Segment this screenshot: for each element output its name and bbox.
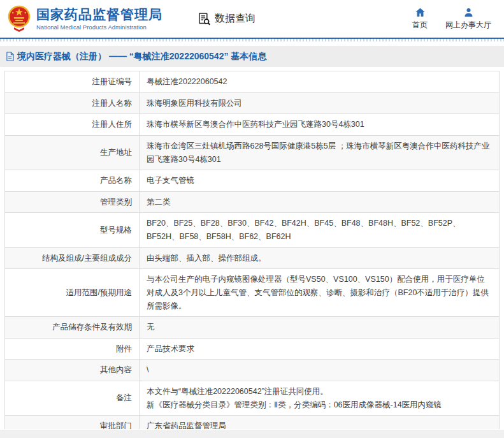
row-value: 与本公司生产的电子内窥镜图像处理器（型号VS50、VS100、VS150）配合使…: [140, 269, 500, 317]
row-label: 其他内容: [5, 360, 140, 381]
table-row: 产品名称电子支气管镜: [5, 170, 500, 192]
registration-info-table: 注册证编号粤械注准20222060542注册人名称珠海明象医用科技有限公司注册人…: [4, 71, 500, 438]
footer-band: [0, 429, 504, 438]
row-value: BF20、BF25、BF28、BF30、BF42、BF42H、BF45、BF48…: [140, 213, 500, 247]
value-line: 新《医疗器械分类目录》管理类别：Ⅱ类，分类编码：06医用成像器械-14医用内窥镜: [147, 398, 492, 412]
row-value: 本文件与“粤械注准20222060542”注册证共同使用。新《医疗器械分类目录》…: [140, 381, 500, 416]
row-label: 生产地址: [5, 135, 140, 170]
breadcrumb-text: 境内医疗器械（注册） —— “粤械注准20222060542” 基本信息: [17, 51, 266, 62]
table-row: 注册证编号粤械注准20222060542: [5, 71, 500, 93]
table-row: 附件产品技术要求: [5, 338, 500, 360]
row-value: 产品技术要求: [140, 338, 500, 360]
row-label: 型号规格: [5, 213, 140, 247]
row-label: 备注: [5, 381, 140, 416]
table-row: 备注本文件与“粤械注准20222060542”注册证共同使用。新《医疗器械分类目…: [5, 381, 500, 416]
row-label: 注册人住所: [5, 114, 140, 136]
nav-item-label: 网上办事大厅: [445, 20, 491, 31]
nav-item-label: 首页: [412, 20, 428, 31]
row-label: 结构及组成/主要组成成分: [5, 247, 140, 269]
row-label: 注册人名称: [5, 92, 140, 114]
site-logo[interactable]: 国家药品监督管理局 National Medical Products Admi…: [8, 4, 162, 34]
registration-info-table-wrap: 注册证编号粤械注准20222060542注册人名称珠海明象医用科技有限公司注册人…: [4, 71, 500, 438]
data-query-icon: [197, 11, 212, 26]
table-row: 管理类别第二类: [5, 191, 500, 213]
home-icon: [415, 7, 426, 18]
row-label: 产品名称: [5, 170, 140, 192]
row-value: 珠海明象医用科技有限公司: [140, 92, 500, 114]
table-row: 注册人住所珠海市横琴新区粤澳合作中医药科技产业园飞蓬路30号4栋301: [5, 114, 500, 136]
user-icon: [463, 7, 474, 18]
nav-item-service-hall[interactable]: 网上办事大厅: [445, 7, 491, 31]
row-label: 注册证编号: [5, 71, 140, 93]
data-query-section[interactable]: 数据查询: [197, 11, 256, 26]
table-row: 适用范围/预期用途与本公司生产的电子内窥镜图像处理器（型号VS50、VS100、…: [5, 269, 500, 317]
row-value: 第二类: [140, 191, 500, 213]
breadcrumb: 境内医疗器械（注册） —— “粤械注准20222060542” 基本信息: [0, 46, 504, 67]
row-value: 珠海市横琴新区粤澳合作中医药科技产业园飞蓬路30号4栋301: [140, 114, 500, 136]
site-header: 国家药品监督管理局 National Medical Products Admi…: [0, 0, 504, 39]
header-divider: [0, 39, 504, 41]
row-label: 适用范围/预期用途: [5, 269, 140, 317]
org-name-en: National Medical Products Administration: [36, 24, 162, 31]
table-row: 注册人名称珠海明象医用科技有限公司: [5, 92, 500, 114]
header-nav: 首页 网上办事大厅: [412, 7, 491, 31]
row-label: 附件: [5, 338, 140, 360]
data-query-label: 数据查询: [215, 12, 256, 26]
document-icon: [6, 52, 14, 61]
row-value: 珠海市金湾区三灶镇机场西路628号国际健康港5栋5层 ；珠海市横琴新区粤澳合作中…: [140, 135, 500, 170]
row-label: 管理类别: [5, 191, 140, 213]
org-names: 国家药品监督管理局 National Medical Products Admi…: [36, 7, 162, 30]
row-label: 产品储存条件及有效期: [5, 317, 140, 339]
row-value: 由头端部、插入部、操作部组成。: [140, 247, 500, 269]
row-value: 电子支气管镜: [140, 170, 500, 192]
value-line: 本文件与“粤械注准20222060542”注册证共同使用。: [147, 385, 492, 398]
info-table-body: 注册证编号粤械注准20222060542注册人名称珠海明象医用科技有限公司注册人…: [5, 71, 500, 438]
table-row: 生产地址珠海市金湾区三灶镇机场西路628号国际健康港5栋5层 ；珠海市横琴新区粤…: [5, 135, 500, 170]
row-value: 无: [140, 317, 500, 339]
org-name-cn: 国家药品监督管理局: [36, 7, 162, 22]
table-row: 其他内容\: [5, 360, 500, 381]
nav-item-home[interactable]: 首页: [412, 7, 428, 31]
row-value: \: [140, 360, 500, 381]
table-row: 型号规格BF20、BF25、BF28、BF30、BF42、BF42H、BF45、…: [5, 213, 500, 247]
row-value: 粤械注准20222060542: [140, 71, 500, 93]
national-emblem-icon: [8, 4, 31, 34]
table-row: 结构及组成/主要组成成分由头端部、插入部、操作部组成。: [5, 247, 500, 269]
table-row: 产品储存条件及有效期无: [5, 317, 500, 339]
